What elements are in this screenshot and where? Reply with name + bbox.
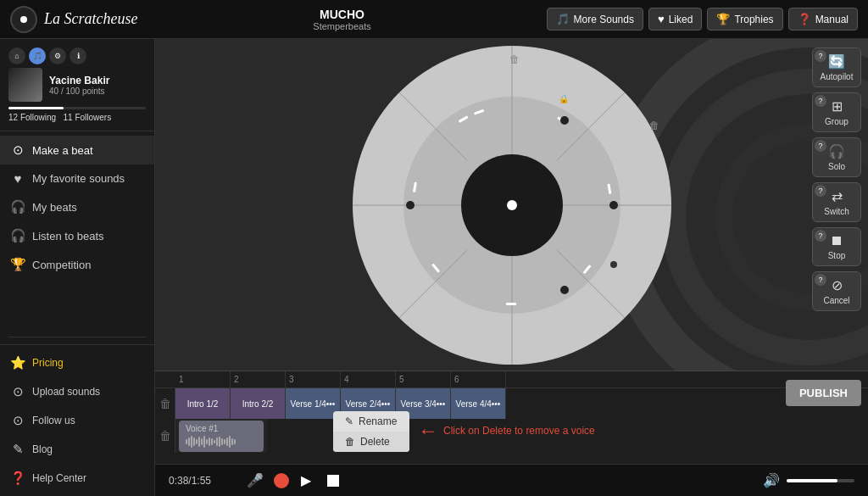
- profile-icon-settings[interactable]: ⚙: [49, 47, 66, 64]
- right-controls: ? 🔄 Autopilot ? ⊞ Group ? 🎧 Solo ? ⇄: [812, 47, 861, 311]
- context-menu-delete[interactable]: 🗑 Delete: [333, 432, 409, 452]
- following-count: 12 Following: [8, 113, 56, 122]
- rename-label: Rename: [359, 415, 397, 427]
- trophies-label: Trophies: [734, 14, 773, 25]
- stop-q: ?: [815, 230, 826, 242]
- track-block-intro-2[interactable]: Intro 2/2: [231, 388, 286, 419]
- cancel-button[interactable]: ? ⊘ Cancel: [812, 271, 861, 311]
- autopilot-icon: 🔄: [828, 53, 845, 70]
- stop-icon: ⏹: [830, 233, 843, 248]
- profile-icon-home[interactable]: ⌂: [8, 47, 25, 64]
- sidebar-item-my-beats[interactable]: 🎧 My beats: [0, 192, 154, 221]
- trophies-icon: 🏆: [716, 13, 730, 25]
- make-beat-icon: ⊙: [10, 142, 25, 158]
- header-buttons: 🎵 More Sounds ♥ Liked 🏆 Trophies ❓ Manua…: [547, 8, 858, 31]
- followers-count: 11 Followers: [64, 113, 112, 122]
- switch-label: Switch: [824, 207, 849, 216]
- cancel-label: Cancel: [823, 296, 849, 305]
- pricing-label: Pricing: [32, 357, 64, 369]
- svg-point-31: [609, 201, 618, 209]
- track-label-verse-3: Verse 3/4•••: [401, 399, 446, 409]
- upload-label: Upload sounds: [32, 386, 100, 398]
- favorite-label: My favorite sounds: [32, 172, 125, 185]
- sidebar-item-upload-sounds[interactable]: ⊙ Upload sounds: [0, 377, 154, 406]
- profile-top: Yacine Bakir 40 / 100 points: [8, 68, 146, 102]
- track-num-3: 3: [286, 371, 341, 387]
- voice-track-delete[interactable]: 🗑: [155, 419, 175, 453]
- blog-label: Blog: [32, 443, 53, 455]
- profile-icons: ⌂ 🎵 ⚙ ℹ: [8, 47, 146, 64]
- competition-label: Competition: [32, 259, 91, 271]
- artist-name: Stemperbeats: [313, 21, 370, 31]
- stop-button[interactable]: ? ⏹ Stop: [812, 227, 861, 266]
- manual-label: Manual: [815, 14, 849, 25]
- track-block-verse-4[interactable]: Verse 4/4•••: [451, 388, 506, 419]
- manual-icon: ❓: [798, 13, 811, 25]
- stop-label: Stop: [828, 251, 846, 260]
- sidebar-item-blog[interactable]: ✎ Blog: [0, 435, 154, 464]
- delete-label: Delete: [360, 436, 390, 448]
- cancel-icon: ⊘: [832, 277, 843, 293]
- make-beat-label: Make a beat: [32, 144, 93, 157]
- context-menu-rename[interactable]: ✎ Rename: [333, 411, 409, 432]
- voice-item[interactable]: Voice #1: [179, 421, 264, 452]
- profile-icon-music[interactable]: 🎵: [29, 47, 46, 64]
- more-sounds-button[interactable]: 🎵 More Sounds: [547, 8, 643, 31]
- sidebar: ⌂ 🎵 ⚙ ℹ Yacine Bakir 40 / 100 points 12 …: [0, 39, 155, 496]
- publish-button[interactable]: PUBLISH: [786, 380, 861, 406]
- sidebar-item-competition[interactable]: 🏆 Competition: [0, 250, 154, 279]
- track-block-intro-1[interactable]: Intro 1/2: [175, 388, 231, 419]
- blog-icon: ✎: [10, 442, 25, 457]
- delete-icon: 🗑: [345, 436, 355, 448]
- autopilot-label: Autopilot: [821, 72, 854, 81]
- beat-area: 🗑 🗑 🔒 ? 🔄 Autopilot ? ⊞ Group: [155, 39, 868, 371]
- track-label-intro-2: Intro 2/2: [242, 399, 274, 409]
- play-button[interactable]: ▶: [296, 471, 316, 491]
- sidebar-item-follow-us[interactable]: ⊙ Follow us: [0, 406, 154, 435]
- sidebar-item-listen-to-beats[interactable]: 🎧 Listen to beats: [0, 221, 154, 250]
- vinyl-wheel[interactable]: 🗑 🗑 🔒: [351, 44, 673, 366]
- sidebar-item-help-center[interactable]: ❓ Help Center: [0, 464, 154, 493]
- nav-separator: [8, 337, 146, 337]
- liked-button[interactable]: ♥ Liked: [648, 8, 702, 31]
- track-label-verse-4: Verse 4/4•••: [456, 399, 501, 409]
- track-label-intro-1: Intro 1/2: [187, 399, 219, 409]
- profile-info: Yacine Bakir 40 / 100 points: [49, 75, 109, 96]
- profile-name: Yacine Bakir: [49, 75, 109, 86]
- favorite-icon: ♥: [10, 171, 25, 186]
- volume-slider[interactable]: [787, 479, 854, 482]
- profile-points: 40 / 100 points: [49, 86, 109, 96]
- sidebar-item-favorite-sounds[interactable]: ♥ My favorite sounds: [0, 164, 154, 192]
- switch-button[interactable]: ? ⇄ Switch: [812, 182, 861, 222]
- svg-point-35: [610, 261, 617, 268]
- my-beats-label: My beats: [32, 201, 77, 214]
- vinyl-wheel-svg: 🗑 🗑 🔒: [351, 44, 673, 366]
- record-button[interactable]: [274, 473, 289, 488]
- track-num-2: 2: [231, 371, 286, 387]
- points-progress-fill: [8, 107, 64, 109]
- help-icon: ❓: [10, 471, 25, 486]
- group-q: ?: [815, 95, 826, 107]
- follow-label: Follow us: [32, 415, 75, 426]
- track-num-5: 5: [396, 371, 451, 387]
- profile-section: ⌂ 🎵 ⚙ ℹ Yacine Bakir 40 / 100 points 12 …: [0, 39, 154, 131]
- song-info: MUCHO Stemperbeats: [313, 8, 370, 31]
- stop-transport-button[interactable]: [323, 471, 343, 491]
- svg-point-32: [560, 116, 569, 125]
- sidebar-item-pricing[interactable]: ⭐ Pricing: [0, 348, 154, 377]
- autopilot-button[interactable]: ? 🔄 Autopilot: [812, 47, 861, 87]
- bottom-nav: ⭐ Pricing ⊙ Upload sounds ⊙ Follow us ✎ …: [0, 344, 154, 496]
- solo-button[interactable]: ? 🎧 Solo: [812, 137, 861, 177]
- group-button[interactable]: ? ⊞ Group: [812, 92, 861, 132]
- autopilot-q: ?: [815, 50, 826, 62]
- listen-icon: 🎧: [10, 228, 25, 243]
- vinyl-logo-icon: [10, 6, 37, 33]
- main-track-delete[interactable]: 🗑: [155, 388, 175, 419]
- my-beats-icon: 🎧: [10, 199, 25, 215]
- manual-button[interactable]: ❓ Manual: [788, 8, 858, 31]
- profile-icon-info[interactable]: ℹ: [70, 47, 86, 64]
- trophies-button[interactable]: 🏆 Trophies: [707, 8, 782, 31]
- sidebar-item-make-a-beat[interactable]: ⊙ Make a beat: [0, 136, 154, 164]
- context-menu: ✎ Rename 🗑 Delete: [333, 411, 409, 452]
- group-icon: ⊞: [832, 98, 843, 114]
